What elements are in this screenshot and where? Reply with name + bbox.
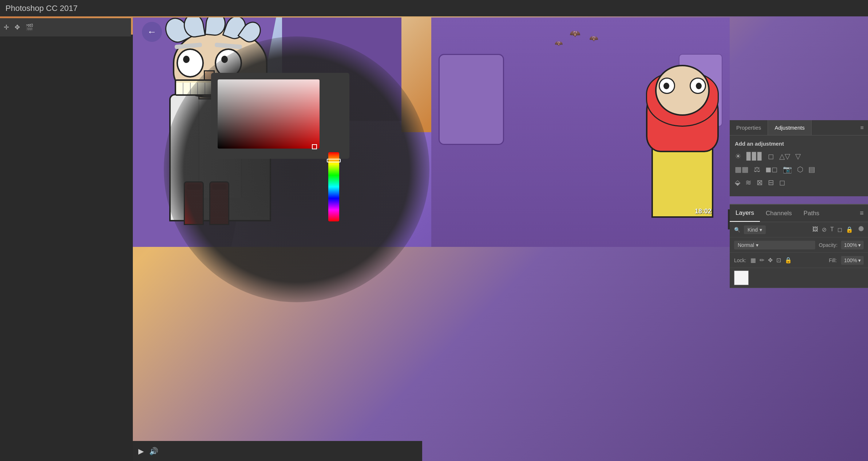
- layers-filter-row: 🔍 Kind ▾ 🖼 ⊘ T ◻ 🔒: [730, 222, 868, 237]
- opacity-number: 100%: [844, 242, 857, 248]
- opacity-label: Opacity:: [819, 242, 837, 248]
- blend-mode-value: Normal: [738, 242, 754, 248]
- opacity-value[interactable]: 100% ▾: [841, 241, 864, 249]
- adjustment-icons-row3: ⬙ ≋ ⊠ ⊟ ◻: [735, 178, 863, 187]
- tab-adjustments[interactable]: Adjustments: [768, 120, 812, 135]
- video-icon[interactable]: 🎬: [25, 23, 33, 31]
- play-button[interactable]: ▶: [138, 447, 144, 456]
- add-adjustment-label: Add an adjustment: [735, 141, 863, 147]
- image-filter-icon[interactable]: 🖼: [812, 226, 818, 233]
- lock-all-icon[interactable]: 🔒: [785, 257, 792, 264]
- layer-item[interactable]: [730, 268, 868, 288]
- back-button[interactable]: ←: [142, 22, 162, 42]
- lock-artboard-icon[interactable]: ⊡: [776, 257, 781, 264]
- kind-filter-label: Kind: [748, 227, 758, 233]
- bw-icon[interactable]: 📷: [783, 165, 792, 174]
- properties-panel-tabs: Properties Adjustments ≡: [730, 120, 868, 135]
- color-gradient-area[interactable]: [218, 79, 320, 149]
- gradient-cursor: [312, 144, 317, 149]
- back-arrow-icon: ←: [147, 26, 157, 38]
- color-balance-icon[interactable]: ◼◻: [765, 165, 778, 174]
- brightness-contrast-icon[interactable]: ☀: [735, 152, 741, 161]
- kind-filter-select[interactable]: Kind ▾: [744, 225, 766, 234]
- solid-color-icon[interactable]: ◻: [779, 178, 785, 187]
- shape-filter-icon[interactable]: ◻: [837, 226, 842, 233]
- opacity-chevron: ▾: [858, 242, 861, 248]
- lock-icons-group: ▦ ✏ ✥ ⊡ 🔒: [750, 257, 792, 264]
- fill-number: 100%: [844, 257, 857, 263]
- toolbar-icons-row: ✛ ✥ 🎬: [0, 18, 131, 36]
- gradient-icon[interactable]: ▽: [795, 152, 801, 161]
- color-lookup-icon[interactable]: ⬙: [735, 178, 740, 187]
- app-title: Photoshop CC 2017: [5, 4, 78, 13]
- posterize-icon[interactable]: ⊠: [757, 178, 763, 187]
- lock-transparent-icon[interactable]: ▦: [750, 257, 756, 264]
- kind-filter-chevron: ▾: [760, 227, 762, 233]
- tab-layers[interactable]: Layers: [730, 205, 760, 222]
- layers-lock-row: Lock: ▦ ✏ ✥ ⊡ 🔒 Fill: 100% ▾: [730, 253, 868, 268]
- lock-label: Lock:: [734, 257, 746, 263]
- volume-button[interactable]: 🔊: [149, 447, 158, 456]
- circle-filter-icon[interactable]: ⊘: [822, 226, 827, 233]
- invert-icon[interactable]: ≋: [745, 178, 752, 187]
- tab-properties[interactable]: Properties: [730, 120, 768, 135]
- tab-paths[interactable]: Paths: [798, 205, 825, 222]
- fill-value[interactable]: 100% ▾: [841, 256, 864, 265]
- hue-sat-icon[interactable]: ⚖: [754, 165, 760, 174]
- hue-cursor: [327, 159, 341, 162]
- left-panel: [0, 35, 133, 461]
- layer-thumbnail: [734, 271, 749, 285]
- adjustment-icons-row2: ▦▦ ⚖ ◼◻ 📷 ⬡ ▤: [735, 165, 863, 174]
- top-bar: Photoshop CC 2017: [0, 0, 868, 16]
- properties-menu-icon[interactable]: ≡: [860, 125, 864, 131]
- blend-mode-select[interactable]: Normal ▾: [734, 241, 815, 249]
- adjustment-icons-row1: ☀ ▊▊▊ ◻ △▽ ▽: [735, 152, 863, 161]
- fill-chevron: ▾: [858, 257, 861, 263]
- vibrance-icon[interactable]: ▦▦: [735, 165, 749, 174]
- time-display: 18:02: [695, 208, 712, 215]
- color-picker-panel: [211, 73, 349, 159]
- blend-mode-chevron: ▾: [756, 242, 758, 248]
- hue-bar[interactable]: [328, 152, 339, 221]
- lock-paint-icon[interactable]: ✏: [760, 257, 764, 264]
- layers-blend-row: Normal ▾ Opacity: 100% ▾: [730, 237, 868, 253]
- filter-dot: [859, 226, 864, 231]
- properties-panel-content: Add an adjustment ☀ ▊▊▊ ◻ △▽ ▽ ▦▦ ⚖ ◼◻ 📷…: [730, 135, 868, 196]
- video-controls-left: ▶ 🔊: [133, 441, 422, 461]
- layers-tabs: Layers Channels Paths ≡: [730, 205, 868, 222]
- move-icon[interactable]: ✛: [4, 23, 9, 31]
- exposure-icon[interactable]: △▽: [779, 152, 790, 161]
- search-icon: 🔍: [734, 227, 740, 233]
- lock-filter-icon[interactable]: 🔒: [846, 226, 853, 233]
- filter-type-icons: 🖼 ⊘ T ◻ 🔒: [812, 226, 864, 233]
- layers-menu-icon[interactable]: ≡: [860, 209, 864, 217]
- curves-icon[interactable]: ◻: [768, 152, 774, 161]
- channel-mixer-icon[interactable]: ▤: [808, 165, 815, 174]
- levels-icon[interactable]: ▊▊▊: [746, 152, 763, 161]
- fill-label: Fill:: [829, 257, 837, 263]
- tab-channels[interactable]: Channels: [760, 205, 798, 222]
- transform-icon[interactable]: ✥: [15, 23, 20, 31]
- lock-move-icon[interactable]: ✥: [768, 257, 773, 264]
- properties-panel: Properties Adjustments ≡ Add an adjustme…: [730, 120, 868, 196]
- photo-filter-icon[interactable]: ⬡: [797, 165, 803, 174]
- threshold-icon[interactable]: ⊟: [768, 178, 774, 187]
- text-filter-icon[interactable]: T: [830, 226, 834, 233]
- layers-panel: Layers Channels Paths ≡ 🔍 Kind ▾ 🖼 ⊘ T ◻…: [730, 204, 868, 288]
